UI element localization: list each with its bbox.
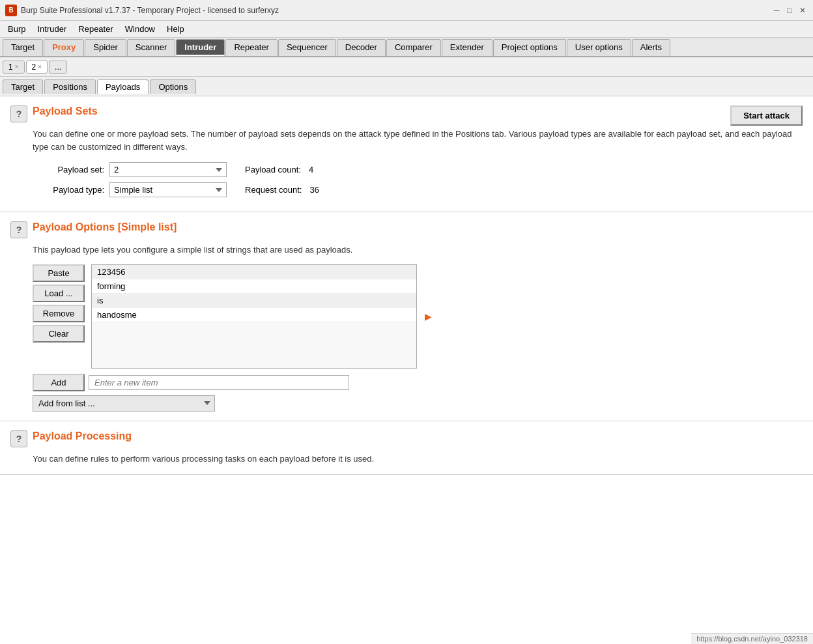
intruder-subtab-positions[interactable]: Positions [44,79,96,94]
intruder-subtab-payloads[interactable]: Payloads [97,79,149,94]
load-button[interactable]: Load ... [33,285,85,302]
intruder-tab-2[interactable]: 2 × [26,61,48,74]
close-button[interactable]: ✕ [797,5,808,16]
payload-options-title: Payload Options [Simple list] [33,221,177,233]
payload-count-label: Payload count: [245,165,301,175]
intruder-sub-tabs: Target Positions Payloads Options [0,77,813,96]
menu-intruder[interactable]: Intruder [32,23,72,35]
close-tab-2[interactable]: × [38,63,42,70]
payload-set-label: Payload set: [33,165,104,175]
payload-set-select[interactable]: 1 2 3 [109,162,227,177]
add-from-list-select[interactable]: Add from list ... [33,395,215,412]
title-bar: B Burp Suite Professional v1.7.37 - Temp… [0,0,813,21]
menu-repeater[interactable]: Repeater [73,23,118,35]
payload-options-description: This payload type lets you configure a s… [33,244,803,257]
add-item-row: Add [33,374,803,391]
maximize-button[interactable]: □ [784,5,795,16]
menu-help[interactable]: Help [162,23,190,35]
payload-options-help-button[interactable]: ? [10,221,27,238]
payload-processing-title: Payload Processing [33,430,132,442]
intruder-subtab-options[interactable]: Options [150,79,196,94]
close-tab-1[interactable]: × [15,63,19,70]
payload-type-row: Payload type: Simple list Runtime file C… [33,182,803,197]
menu-window[interactable]: Window [120,23,160,35]
status-bar: https://blog.csdn.net/ayino_032318 [691,633,813,644]
tab-intruder[interactable]: Intruder [176,39,225,56]
tab-spider[interactable]: Spider [85,39,126,56]
content-area: Start attack ? Payload Sets You can defi… [0,96,813,644]
tab-decoder[interactable]: Decoder [337,39,386,56]
window-controls: ─ □ ✕ [771,5,808,16]
list-item: handosme [92,308,416,322]
request-count-label: Request count: [245,185,302,195]
list-item: is [92,294,416,308]
payload-sets-help-button[interactable]: ? [10,105,27,122]
payload-sets-form: Payload set: 1 2 3 Payload count: 4 Payl… [33,162,803,197]
add-item-input[interactable] [89,375,349,390]
tab-extender[interactable]: Extender [442,39,492,56]
payload-list-area: Paste Load ... Remove Clear 123456 formi… [33,264,803,369]
intruder-subtab-target[interactable]: Target [3,79,43,94]
tab-sequencer[interactable]: Sequencer [278,39,336,56]
app-logo: B [5,5,17,16]
list-scroll-arrow: ▶ [423,264,432,369]
tab-scanner[interactable]: Scanner [127,39,175,56]
payload-type-label: Payload type: [33,185,104,195]
payload-type-select[interactable]: Simple list Runtime file Custom iterator… [109,182,227,197]
list-item: forming [92,279,416,294]
payload-sets-description: You can define one or more payload sets.… [33,128,803,153]
payload-processing-section: ? Payload Processing You can define rule… [0,421,813,475]
intruder-tab-more[interactable]: ... [49,61,67,74]
add-button[interactable]: Add [33,374,85,391]
start-attack-button[interactable]: Start attack [730,105,803,126]
payload-sets-title: Payload Sets [33,105,98,117]
intruder-instance-tabs: 1 × 2 × ... [0,57,813,77]
minimize-button[interactable]: ─ [771,5,782,16]
payload-list-box[interactable]: 123456 forming is handosme [91,264,417,369]
title-bar-text: Burp Suite Professional v1.7.37 - Tempor… [21,6,279,15]
clear-button[interactable]: Clear [33,325,85,343]
main-tab-bar: Target Proxy Spider Scanner Intruder Rep… [0,38,813,57]
paste-button[interactable]: Paste [33,264,85,282]
request-count-value: 36 [309,185,319,195]
tab-project-options[interactable]: Project options [493,39,566,56]
tab-alerts[interactable]: Alerts [632,39,670,56]
payload-processing-description: You can define rules to perform various … [33,453,803,466]
intruder-tab-1[interactable]: 1 × [3,61,25,74]
menu-bar: Burp Intruder Repeater Window Help [0,21,813,38]
add-from-list-row: Add from list ... [33,395,803,412]
menu-burp[interactable]: Burp [3,23,31,35]
tab-comparer[interactable]: Comparer [386,39,441,56]
list-item: 123456 [92,265,416,279]
payload-processing-help-button[interactable]: ? [10,430,27,447]
payload-options-section: ? Payload Options [Simple list] This pay… [0,212,813,421]
payload-action-buttons: Paste Load ... Remove Clear [33,264,85,369]
remove-button[interactable]: Remove [33,305,85,322]
tab-repeater[interactable]: Repeater [225,39,277,56]
tab-target[interactable]: Target [3,39,43,56]
payload-sets-section: Start attack ? Payload Sets You can defi… [0,96,813,212]
payload-count-value: 4 [309,165,313,175]
payload-set-row: Payload set: 1 2 3 Payload count: 4 [33,162,803,177]
status-url: https://blog.csdn.net/ayino_032318 [696,635,808,643]
tab-user-options[interactable]: User options [567,39,631,56]
tab-proxy[interactable]: Proxy [44,39,84,56]
